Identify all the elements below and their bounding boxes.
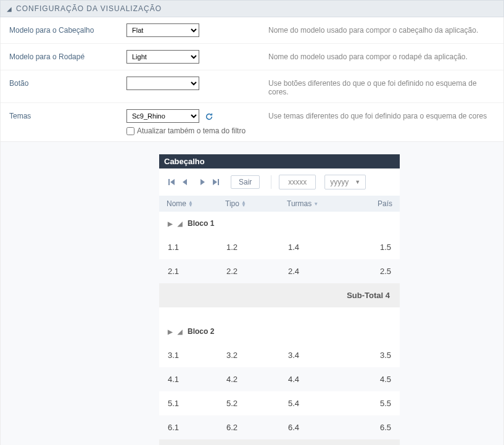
- textbox-xxxxx[interactable]: xxxxx: [279, 175, 316, 189]
- col-turmas[interactable]: Turmas ▼: [287, 199, 355, 208]
- caret-down-icon: ▼: [355, 179, 360, 185]
- desc-button: Use botões diferentes do que o que foi d…: [268, 77, 495, 96]
- next-icon[interactable]: [197, 177, 207, 187]
- col-tipo[interactable]: Tipo ▲▼: [225, 199, 287, 208]
- prev-icon[interactable]: [180, 177, 190, 187]
- last-icon[interactable]: [211, 177, 221, 187]
- row-header-model: Modelo para o Cabeçalho Flat Nome do mod…: [1, 17, 503, 44]
- desc-header-model: Nome do modelo usado para compor o cabeç…: [268, 23, 495, 35]
- preview-area: Cabeçalho Sair xxxxx yyyyy ▼: [0, 142, 504, 445]
- section-title: CONFIGURAÇÃO DA VISUALIZAÇÃO: [16, 4, 162, 13]
- table-row: 6.1 6.2 6.4 6.5: [159, 415, 400, 439]
- table-row: 3.1 3.2 3.4 3.5: [159, 343, 400, 367]
- col-pais[interactable]: País: [355, 199, 392, 208]
- desc-footer-model: Nome do modelo usado para compor o rodap…: [268, 50, 495, 61]
- svg-marker-2: [183, 179, 187, 185]
- column-headers: Nome ▲▼ Tipo ▲▼ Turmas ▼ País: [159, 196, 400, 212]
- svg-marker-1: [170, 179, 175, 185]
- expand-right-icon: ▶: [168, 328, 173, 335]
- subtotal: Sub-Total 20: [159, 439, 400, 445]
- preview-header: Cabeçalho: [159, 154, 400, 168]
- subtotal: Sub-Total 4: [159, 283, 400, 307]
- expand-down-icon: ◢: [178, 328, 183, 335]
- expand-right-icon: ▶: [168, 220, 173, 227]
- first-icon[interactable]: [167, 177, 176, 187]
- row-footer-model: Modelo para o Rodapé Light Nome do model…: [1, 44, 503, 70]
- expand-down-icon: ◢: [178, 220, 183, 227]
- sort-icon: ▲▼: [188, 201, 193, 207]
- exit-button[interactable]: Sair: [231, 175, 260, 189]
- block-title: Bloco 1: [188, 219, 214, 228]
- svg-rect-5: [218, 179, 219, 185]
- block-title: Bloco 2: [188, 327, 214, 336]
- col-nome[interactable]: Nome ▲▼: [167, 199, 225, 208]
- svg-marker-4: [213, 179, 217, 185]
- dropdown-yyyyy[interactable]: yyyyy ▼: [324, 175, 366, 189]
- separator: [271, 175, 271, 189]
- block-header[interactable]: ▶ ◢ Bloco 1: [159, 212, 400, 235]
- form-area: Modelo para o Cabeçalho Flat Nome do mod…: [0, 17, 504, 142]
- block-header[interactable]: ▶ ◢ Bloco 2: [159, 320, 400, 343]
- table-row: 4.1 4.2 4.4 4.5: [159, 367, 400, 391]
- select-header-model[interactable]: Flat: [126, 23, 199, 37]
- row-button: Botão Use botões diferentes do que o que…: [1, 70, 503, 103]
- checkbox-update-filter-theme[interactable]: [126, 127, 134, 135]
- preview-panel: Cabeçalho Sair xxxxx yyyyy ▼: [159, 154, 400, 445]
- label-header-model: Modelo para o Cabeçalho: [9, 23, 126, 35]
- refresh-icon[interactable]: [205, 112, 213, 121]
- row-themes: Temas Sc9_Rhino Atualizar também o tema …: [1, 103, 503, 141]
- label-themes: Temas: [9, 109, 126, 120]
- table-row: 1.1 1.2 1.4 1.5: [159, 235, 400, 259]
- sort-down-icon: ▼: [313, 201, 318, 207]
- select-footer-model[interactable]: Light: [126, 50, 199, 64]
- desc-themes: Use temas diferentes do que foi definido…: [268, 109, 495, 120]
- collapse-icon: ◢: [7, 6, 12, 12]
- svg-rect-0: [168, 179, 170, 185]
- checkbox-label: Atualizar também o tema do filtro: [137, 127, 246, 135]
- label-footer-model: Modelo para o Rodapé: [9, 50, 126, 61]
- select-themes[interactable]: Sc9_Rhino: [126, 109, 199, 123]
- sort-icon: ▲▼: [241, 201, 246, 207]
- svg-marker-3: [200, 179, 205, 185]
- preview-toolbar: Sair xxxxx yyyyy ▼: [159, 168, 400, 196]
- section-header[interactable]: ◢ CONFIGURAÇÃO DA VISUALIZAÇÃO: [0, 0, 504, 17]
- table-row: 5.1 5.2 5.4 5.5: [159, 391, 400, 415]
- label-button: Botão: [9, 77, 126, 88]
- select-button[interactable]: [126, 77, 199, 90]
- table-row: 2.1 2.2 2.4 2.5: [159, 259, 400, 283]
- dropdown-yyyyy-label: yyyyy: [330, 178, 349, 186]
